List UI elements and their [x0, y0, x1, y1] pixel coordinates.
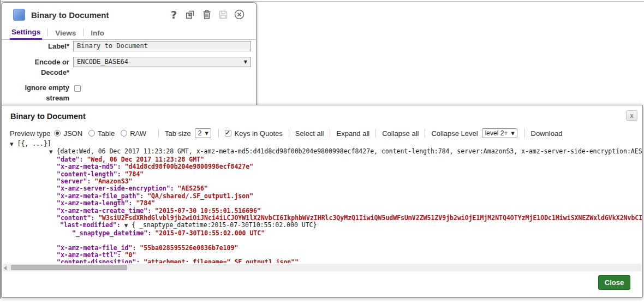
- trash-icon[interactable]: [201, 9, 212, 20]
- select-all-link[interactable]: Select all: [295, 129, 324, 138]
- json-key: "x-amz-meta-file_id":: [57, 244, 136, 252]
- tab-views[interactable]: Views: [53, 28, 77, 39]
- json-value: "W3siU2FsdXRhdGlvbl9jb2wiOiJNci4iLCJOYW1…: [98, 214, 642, 222]
- json-text: [174, 185, 178, 192]
- tab-info[interactable]: Info: [89, 28, 106, 39]
- preview-type-json-label: JSON: [63, 129, 82, 138]
- json-key: "x-amz-meta-file_path":: [57, 192, 144, 200]
- json-tree-line: ▼ [{, ...}]: [10, 140, 642, 148]
- panel-close-icon[interactable]: x: [626, 110, 637, 121]
- chevron-down-icon: ▼: [244, 57, 247, 67]
- label-field-input[interactable]: Binary to Document: [73, 41, 251, 51]
- tab-divider: [47, 28, 48, 36]
- horizontal-scrollbar[interactable]: [3, 264, 641, 271]
- json-tree-line: "date": "Wed, 06 Dec 2017 11:23:28 GMT": [10, 156, 642, 163]
- json-text: [{, ...}]: [14, 140, 51, 147]
- json-tree-line: "x-amz-server-side-encryption": "AES256": [10, 185, 642, 192]
- json-key: "server":: [57, 177, 91, 185]
- json-value: "attachment; filename=".SF output1.json"…: [144, 258, 299, 263]
- help-icon[interactable]: ?: [168, 9, 180, 20]
- json-tree: ▼ [{, ...}]▼ {date:Wed, 06 Dec 2017 11:2…: [2, 140, 642, 263]
- toolbar-separator: [330, 129, 330, 138]
- json-value: "2015-07-30T10:55:02.000 UTC": [155, 229, 265, 237]
- keys-in-quotes-control[interactable]: Keys in Quotes: [225, 129, 283, 138]
- json-tree-line: ▼ {date:Wed, 06 Dec 2017 11:23:28 GMT, x…: [10, 148, 642, 156]
- export-icon[interactable]: [184, 9, 196, 20]
- preview-type-raw[interactable]: RAW: [121, 129, 146, 138]
- radio-icon[interactable]: [54, 130, 61, 136]
- encode-decode-select[interactable]: ENCODE_BASE64 ▼: [73, 57, 251, 67]
- keys-in-quotes-label: Keys in Quotes: [235, 129, 283, 138]
- json-tree-line: "server": "AmazonS3": [10, 178, 642, 185]
- json-value: "AES256": [178, 185, 208, 192]
- json-tree-line: "x-amz-meta-create_time": "2015-07-30 10…: [10, 207, 642, 215]
- preview-panel: Binary to Document x Preview type JSON T…: [1, 105, 643, 298]
- preview-toolbar: Preview type JSON Table RAW Tab size 2 ▼: [10, 127, 562, 139]
- toolbar-separator: [289, 129, 289, 138]
- json-value: "AmazonS3": [94, 177, 132, 185]
- preview-type-json[interactable]: JSON: [54, 129, 82, 138]
- json-text: {date:Wed, 06 Dec 2017 11:23:28 GMT, x-a…: [53, 147, 642, 155]
- json-value: "2015-07-30 10:55:01.516696": [155, 207, 261, 215]
- json-text: [121, 251, 125, 259]
- encode-decode-value: ENCODE_BASE64: [77, 57, 244, 67]
- ignore-empty-stream-checkbox[interactable]: [74, 85, 81, 92]
- json-key: "date":: [57, 156, 83, 163]
- json-key: "content-disposition":: [57, 258, 140, 263]
- json-value: "QA/shared/.SF_output1.json": [147, 192, 253, 200]
- dialog-toolbar: ?: [168, 9, 245, 20]
- json-key: "x-amz-meta-ttl":: [57, 251, 121, 259]
- json-key: "content":: [57, 214, 94, 222]
- radio-icon[interactable]: [88, 130, 95, 136]
- scrollbar-thumb[interactable]: [11, 265, 127, 270]
- json-tree-line: "content": "W3siU2FsdXRhdGlvbl9jb2wiOiJN…: [10, 215, 642, 222]
- keys-in-quotes-checkbox[interactable]: [225, 130, 231, 136]
- expand-all-link[interactable]: Expand all: [336, 129, 369, 138]
- json-tree-line: "x-amz-meta-length": "784": [10, 200, 642, 207]
- tab-size-select[interactable]: 2 ▼: [195, 128, 211, 138]
- collapse-all-link[interactable]: Collapse all: [382, 129, 419, 138]
- preview-panel-title: Binary to Document: [10, 112, 86, 121]
- toolbar-separator: [524, 129, 525, 138]
- save-icon: [217, 9, 229, 20]
- preview-type-table[interactable]: Table: [88, 129, 115, 138]
- dialog-title: Binary to Document: [31, 10, 109, 20]
- json-value: "Wed, 06 Dec 2017 11:23:28 GMT": [87, 156, 204, 163]
- label-field-label: Label*: [2, 41, 69, 51]
- json-key: "x-amz-meta-length":: [57, 199, 132, 207]
- json-tree-line: "_snaptype_datetime": "2015-07-30T10:55:…: [10, 230, 642, 237]
- json-key: "last-modified":: [60, 221, 121, 229]
- collapse-level-value: level 2+: [485, 129, 508, 137]
- json-tree-line: "content-length": "784": [10, 171, 642, 178]
- close-button[interactable]: Close: [598, 275, 630, 290]
- tab-settings[interactable]: Settings: [10, 27, 42, 40]
- scroll-left-arrow-icon[interactable]: [4, 266, 7, 270]
- ignore-empty-stream-label: Ignore empty stream: [2, 82, 69, 103]
- json-text: [151, 207, 155, 215]
- tab-divider: [83, 28, 84, 36]
- json-tree-line: "x-amz-meta-file_id": "55ba028595526e083…: [10, 245, 642, 252]
- json-value: "0": [125, 251, 136, 259]
- preview-type-label: Preview type: [10, 129, 50, 138]
- download-link[interactable]: Download: [531, 129, 563, 138]
- preview-type-table-label: Table: [98, 129, 115, 138]
- toolbar-separator: [218, 129, 219, 138]
- close-icon[interactable]: [234, 9, 245, 20]
- json-text: [121, 221, 124, 229]
- json-value: "55ba028595526e0836b7e109": [140, 244, 238, 252]
- page: Binary to Document ?: [0, 0, 644, 303]
- json-key: "_snaptype_datetime":: [72, 229, 151, 237]
- dialog-tabs: Settings Views Info: [2, 27, 256, 40]
- json-text: { _snaptype_datetime:2015-07-30T10:55:02…: [128, 221, 317, 229]
- preview-type-raw-label: RAW: [130, 129, 146, 138]
- encode-decode-label: Encode or Decode*: [2, 57, 69, 78]
- radio-icon[interactable]: [121, 130, 127, 136]
- tab-size-label: Tab size: [165, 129, 191, 138]
- toolbar-separator: [425, 129, 425, 138]
- toolbar-separator: [158, 129, 159, 138]
- collapse-level-select[interactable]: level 2+ ▼: [482, 128, 517, 138]
- json-value: "784": [136, 199, 155, 207]
- toolbar-separator: [375, 129, 376, 138]
- collapse-level-label: Collapse Level: [431, 129, 478, 138]
- chevron-down-icon: ▼: [205, 131, 208, 136]
